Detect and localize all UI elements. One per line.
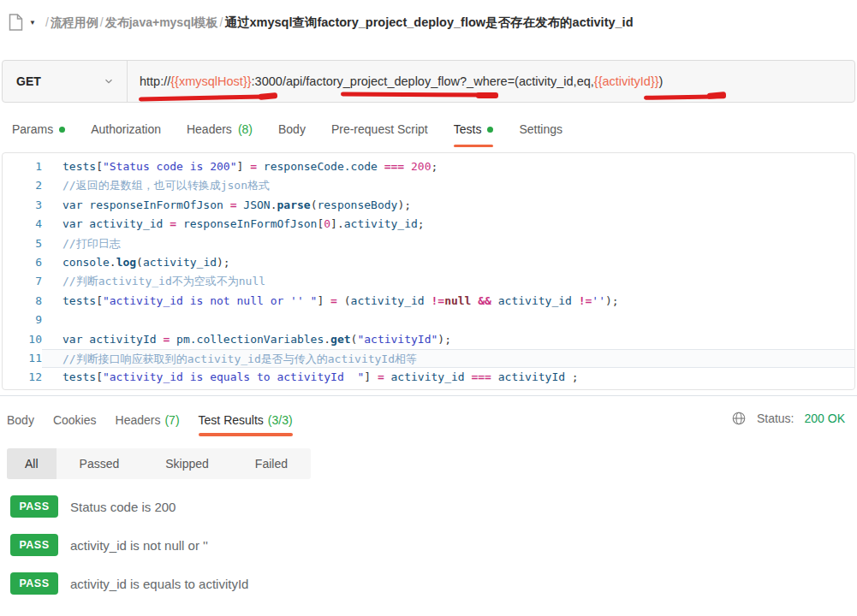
test-result-row: PASSactivity_id is equals to activityId [10, 572, 248, 595]
code-line[interactable]: 2//返回的是数组，也可以转换成json格式 [3, 176, 854, 195]
request-tab-tests[interactable]: Tests [454, 111, 494, 147]
code-text: //判断activity_id不为空或不为null [42, 272, 854, 291]
method-dropdown[interactable]: GET [3, 61, 128, 102]
code-text: tests["activity_id is equals to activity… [42, 368, 854, 387]
line-number: 5 [3, 234, 42, 253]
request-tab-bar: ParamsAuthorizationHeaders(8)BodyPre-req… [0, 111, 857, 147]
response-tab-headers[interactable]: Headers(7) [116, 404, 180, 436]
request-tab-settings[interactable]: Settings [519, 111, 562, 147]
url-segment: :3000/api/factory_project_deploy_flow?_w… [252, 74, 594, 88]
tab-count: (8) [238, 122, 253, 136]
request-tab-authorization[interactable]: Authorization [91, 111, 161, 147]
url-segment: ) [659, 74, 664, 88]
response-tab-bar: BodyCookiesHeaders(7)Test Results(3/3) [7, 404, 293, 436]
url-variable: {{activityId}} [594, 74, 659, 88]
response-status: Status: 200 OK [731, 404, 845, 433]
response-tab-cookies[interactable]: Cookies [53, 404, 97, 436]
test-result-text: activity_id is equals to activityId [70, 577, 248, 591]
breadcrumb-dropdown-icon[interactable]: ▼ [29, 19, 36, 27]
test-result-row: PASSStatus code is 200 [10, 495, 248, 518]
url-variable: {{xmysqlHost}} [170, 74, 251, 88]
test-result-text: Status code is 200 [70, 500, 176, 514]
response-header: BodyCookiesHeaders(7)Test Results(3/3) S… [0, 404, 857, 436]
line-number: 2 [3, 176, 42, 195]
method-label: GET [16, 74, 41, 88]
code-text: tests["Status code is 200"] = responseCo… [42, 157, 854, 176]
response-tab-body[interactable]: Body [7, 404, 34, 436]
code-line[interactable]: 3var responseInFormOfJson = JSON.parse(r… [3, 196, 854, 215]
tab-label: Cookies [53, 413, 97, 427]
code-text: var activityId = pm.collectionVariables.… [42, 330, 854, 349]
pass-badge: PASS [10, 495, 58, 518]
breadcrumb-item[interactable]: 流程用例 [51, 15, 98, 29]
section-divider [0, 395, 857, 396]
tab-label: Body [7, 413, 34, 427]
tab-label: Pre-request Script [331, 122, 428, 136]
breadcrumb: ▼ /流程用例/发布java+mysql模板/通过xmysql查询factory… [9, 14, 633, 31]
code-line[interactable]: 11//判断接口响应获取到的activity_id是否与传入的activityI… [3, 349, 854, 368]
breadcrumb-current: 通过xmysql查询factory_project_deploy_flow是否存… [224, 15, 633, 29]
line-number: 6 [3, 253, 42, 272]
tab-count: (7) [164, 413, 179, 427]
code-line[interactable]: 1tests["Status code is 200"] = responseC… [3, 157, 854, 176]
status-dot [487, 127, 493, 133]
code-text [42, 311, 854, 329]
filter-passed[interactable]: Passed [57, 448, 143, 479]
chevron-down-icon [103, 75, 115, 87]
line-number: 3 [3, 196, 42, 215]
tests-code-editor[interactable]: 1tests["Status code is 200"] = responseC… [2, 152, 855, 390]
test-results-list: PASSStatus code is 200PASSactivity_id is… [10, 495, 248, 595]
tab-label: Settings [519, 122, 562, 136]
globe-icon [731, 411, 747, 426]
line-number: 12 [3, 368, 42, 387]
request-tab-params[interactable]: Params [12, 111, 65, 147]
pass-badge: PASS [10, 572, 58, 595]
code-text: tests["activity_id is not null or '' "] … [42, 292, 854, 311]
code-line[interactable]: 10var activityId = pm.collectionVariable… [3, 330, 854, 349]
code-line[interactable]: 7//判断activity_id不为空或不为null [3, 272, 854, 291]
status-value: 200 OK [805, 412, 845, 425]
tab-count: (3/3) [268, 413, 293, 427]
code-text: console.log(activity_id); [42, 253, 854, 272]
code-line[interactable]: 12tests["activity_id is equals to activi… [3, 368, 854, 387]
code-line[interactable]: 5//打印日志 [3, 234, 854, 253]
line-number: 4 [3, 215, 42, 234]
status-dot [59, 127, 65, 133]
filter-all[interactable]: All [7, 448, 57, 479]
code-line[interactable]: 8tests["activity_id is not null or '' "]… [3, 292, 854, 311]
request-tab-headers[interactable]: Headers(8) [187, 111, 253, 147]
code-text: //判断接口响应获取到的activity_id是否与传入的activityId相… [42, 349, 854, 368]
annotation-underline [476, 92, 498, 98]
response-tab-test-results[interactable]: Test Results(3/3) [199, 404, 293, 436]
request-tab-body[interactable]: Body [278, 111, 306, 147]
code-text: //打印日志 [42, 234, 854, 253]
breadcrumb-item[interactable]: 发布java+mysql模板 [105, 15, 218, 29]
code-text: //返回的是数组，也可以转换成json格式 [42, 176, 854, 195]
line-number: 10 [3, 330, 42, 349]
breadcrumb-separator: / [220, 15, 223, 29]
tab-label: Test Results [199, 413, 264, 427]
request-tab-pre-request-script[interactable]: Pre-request Script [331, 111, 428, 147]
code-line[interactable]: 9 [3, 311, 854, 329]
result-filter-bar: AllPassedSkippedFailed [7, 448, 311, 479]
line-number: 8 [3, 292, 42, 311]
filter-failed[interactable]: Failed [232, 448, 311, 479]
code-line[interactable]: 4var activity_id = responseInFormOfJson[… [3, 215, 854, 234]
tab-label: Params [12, 122, 53, 136]
status-label: Status: [757, 412, 795, 425]
tab-label: Headers [116, 413, 161, 427]
code-line[interactable]: 6console.log(activity_id); [3, 253, 854, 272]
tab-label: Headers [187, 122, 232, 136]
request-file-icon [9, 14, 23, 31]
test-result-text: activity_id is not null or '' [70, 538, 208, 553]
tab-label: Body [278, 122, 306, 136]
line-number: 11 [3, 349, 42, 368]
breadcrumb-items: /流程用例/发布java+mysql模板/通过xmysql查询factory_p… [44, 15, 634, 31]
tab-label: Tests [454, 122, 482, 136]
breadcrumb-separator: / [45, 15, 49, 29]
filter-skipped[interactable]: Skipped [142, 448, 232, 479]
test-result-row: PASSactivity_id is not null or '' [10, 534, 248, 556]
breadcrumb-separator: / [100, 15, 104, 29]
code-text: var activity_id = responseInFormOfJson[0… [42, 215, 854, 234]
line-number: 9 [3, 311, 42, 329]
